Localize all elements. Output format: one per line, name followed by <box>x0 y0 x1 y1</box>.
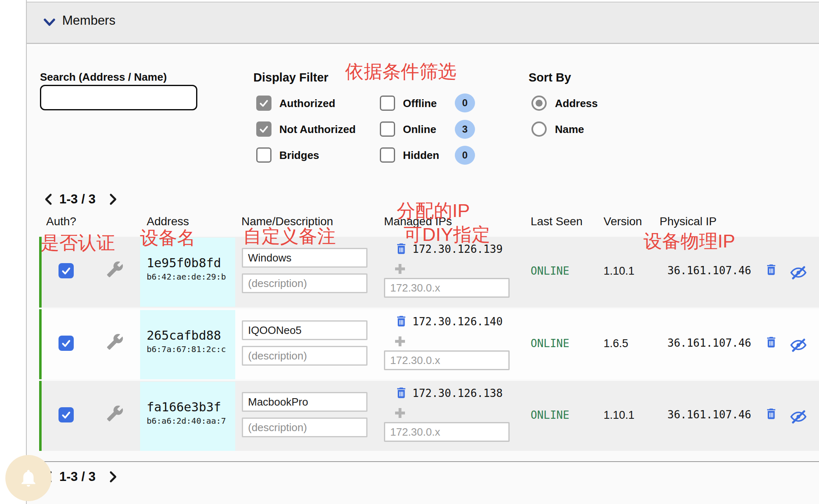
managed-ip: 172.30.126.138 <box>412 387 503 399</box>
member-version: 1.10.1 <box>604 409 634 422</box>
annotation-physical: 设备物理IP <box>644 231 735 252</box>
display-filter-label: Display Filter <box>253 71 328 84</box>
new-ip-input[interactable] <box>384 350 510 370</box>
delete-member-icon[interactable] <box>764 335 778 350</box>
col-header-physical-ip: Physical IP <box>660 215 717 228</box>
online-count-badge: 3 <box>455 120 475 139</box>
member-name-input[interactable] <box>242 320 367 340</box>
filter-label-bridges[interactable]: Bridges <box>279 149 319 162</box>
address-cell: 265cafbd88 b6:7a:67:81:2c:c <box>140 310 235 379</box>
add-ip-icon[interactable] <box>393 406 407 420</box>
member-description-input[interactable] <box>242 273 367 293</box>
page-range: 1-3 / 3 <box>59 192 96 207</box>
table-bottom-divider <box>39 461 819 462</box>
notification-bell-button[interactable] <box>5 455 51 501</box>
filter-checkbox-bridges[interactable] <box>256 147 271 163</box>
filter-label-offline[interactable]: Offline <box>403 97 437 110</box>
member-description-input[interactable] <box>242 346 367 366</box>
add-ip-icon[interactable] <box>393 261 407 276</box>
add-ip-icon[interactable] <box>393 334 407 349</box>
sort-label-name[interactable]: Name <box>555 123 584 136</box>
annotation-managed-line1: 分配的IP <box>397 201 470 221</box>
col-header-address: Address <box>147 215 189 228</box>
physical-ip: 36.161.107.46 <box>667 337 751 349</box>
filter-label-hidden[interactable]: Hidden <box>403 149 439 162</box>
wrench-icon[interactable] <box>106 405 124 422</box>
member-name-input[interactable] <box>242 392 367 412</box>
row-status-bar <box>39 381 42 451</box>
annotation-managed-line2: 可DIY指定 <box>404 225 490 245</box>
last-seen-status: ONLINE <box>531 337 569 350</box>
search-label: Search (Address / Name) <box>40 71 167 84</box>
last-seen-status: ONLINE <box>531 265 569 277</box>
new-ip-input[interactable] <box>384 422 510 442</box>
delete-member-icon[interactable] <box>764 406 778 421</box>
filter-label-not-authorized[interactable]: Not Authorized <box>279 123 356 136</box>
member-mac: b6:7a:67:81:2c:c <box>147 344 235 354</box>
offline-count-badge: 0 <box>455 93 475 112</box>
bell-icon <box>18 468 39 488</box>
collapse-chevron-icon[interactable] <box>42 16 56 28</box>
table-row: fa166e3b3f b6:a6:2d:40:aa:7 172.30.126.1… <box>39 381 819 451</box>
member-name-input[interactable] <box>242 248 367 268</box>
sort-by-label: Sort By <box>529 71 571 84</box>
filter-label-authorized[interactable]: Authorized <box>279 97 335 110</box>
physical-ip: 36.161.107.46 <box>667 264 751 277</box>
wrench-icon[interactable] <box>106 261 124 278</box>
hide-member-icon[interactable] <box>790 408 807 422</box>
search-input[interactable] <box>40 85 197 110</box>
page-prev-icon[interactable] <box>43 193 54 206</box>
annotation-name: 自定义备注 <box>243 226 336 247</box>
auth-checkbox[interactable] <box>58 263 74 278</box>
annotation-auth: 是否认证 <box>41 233 115 253</box>
members-panel: Members Search (Address / Name) Display … <box>0 0 819 504</box>
member-address[interactable]: 265cafbd88 <box>147 328 235 343</box>
filter-checkbox-not-authorized[interactable] <box>256 121 271 137</box>
member-mac: b6:a6:2d:40:aa:7 <box>147 416 235 426</box>
member-description-input[interactable] <box>242 418 367 437</box>
new-ip-input[interactable] <box>384 278 510 298</box>
filter-annotation: 依据条件筛选 <box>345 62 456 82</box>
managed-ip: 172.30.126.140 <box>412 315 503 328</box>
member-address[interactable]: fa166e3b3f <box>147 400 235 414</box>
delete-ip-icon[interactable] <box>394 314 408 329</box>
filter-checkbox-hidden[interactable] <box>380 147 395 163</box>
auth-checkbox[interactable] <box>58 407 74 422</box>
filter-label-online[interactable]: Online <box>403 123 436 136</box>
sort-label-address[interactable]: Address <box>555 97 598 110</box>
annotation-address: 设备名 <box>140 228 196 248</box>
delete-member-icon[interactable] <box>764 262 778 277</box>
section-title: Members <box>62 13 115 28</box>
table-row: 265cafbd88 b6:7a:67:81:2c:c 172.30.126.1… <box>39 309 819 379</box>
member-mac: b6:42:ae:de:29:b <box>147 272 235 282</box>
filter-checkbox-offline[interactable] <box>380 96 395 111</box>
hidden-count-badge: 0 <box>455 146 475 165</box>
delete-ip-icon[interactable] <box>394 385 408 400</box>
member-version: 1.6.5 <box>604 337 628 350</box>
col-header-last-seen: Last Seen <box>531 215 583 228</box>
address-cell: fa166e3b3f b6:a6:2d:40:aa:7 <box>140 382 235 451</box>
physical-ip: 36.161.107.46 <box>667 408 751 421</box>
member-version: 1.10.1 <box>604 265 634 278</box>
hide-member-icon[interactable] <box>790 336 807 350</box>
auth-checkbox[interactable] <box>58 336 74 351</box>
sort-radio-name[interactable] <box>531 121 547 137</box>
filter-checkbox-authorized[interactable] <box>256 96 271 111</box>
sort-radio-address[interactable] <box>531 96 547 111</box>
col-header-version: Version <box>604 215 642 228</box>
row-status-bar <box>39 309 42 379</box>
filter-checkbox-online[interactable] <box>380 121 395 137</box>
wrench-icon[interactable] <box>106 333 124 350</box>
hide-member-icon[interactable] <box>790 264 807 278</box>
last-seen-status: ONLINE <box>531 409 569 421</box>
page-range: 1-3 / 3 <box>59 469 96 484</box>
col-header-auth: Auth? <box>46 215 76 228</box>
page-next-icon[interactable] <box>108 193 119 206</box>
members-section-header[interactable]: Members <box>27 2 819 44</box>
member-address[interactable]: 1e95f0b8fd <box>147 256 235 270</box>
page-next-icon[interactable] <box>108 470 119 483</box>
